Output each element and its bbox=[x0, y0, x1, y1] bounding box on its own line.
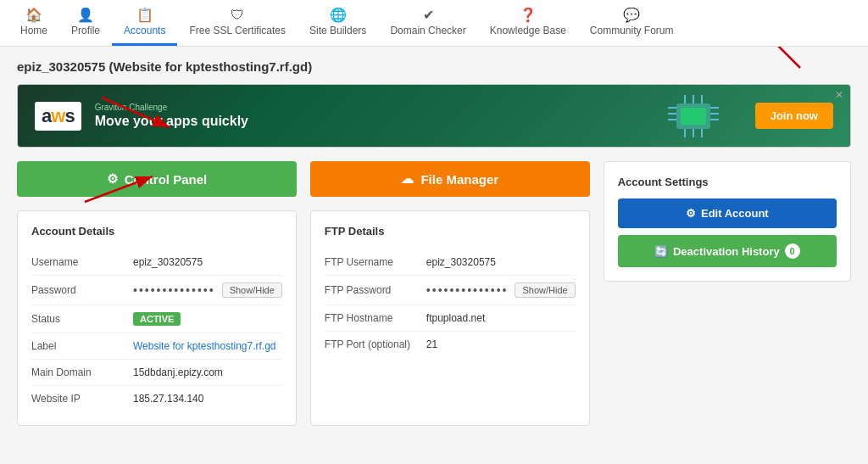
label-label: Label bbox=[31, 340, 133, 352]
ftp-username-label: FTP Username bbox=[325, 256, 426, 268]
navigation-bar: 🏠 Home 👤 Profile 📋 Accounts 🛡 Free SSL C… bbox=[0, 0, 868, 47]
password-dots: •••••••••••••• bbox=[133, 283, 215, 297]
password-show-hide-button[interactable]: Show/Hide bbox=[222, 282, 282, 298]
nav-label-knowledge-base: Knowledge Base bbox=[490, 25, 566, 36]
left-column: ⚙ Control Panel ☁ File Manager bbox=[17, 161, 590, 426]
nav-item-profile[interactable]: 👤 Profile bbox=[59, 0, 112, 46]
website-ip-value: 185.27.134.140 bbox=[133, 393, 203, 405]
nav-item-knowledge-base[interactable]: ❓ Knowledge Base bbox=[478, 0, 578, 46]
ad-subtitle: Graviton Challenge bbox=[95, 103, 248, 112]
ad-text-block: Graviton Challenge Move your apps quickl… bbox=[95, 103, 248, 129]
action-and-settings: ⚙ Control Panel ☁ File Manager bbox=[17, 161, 851, 426]
ad-close-button[interactable]: ✕ bbox=[835, 89, 843, 101]
file-manager-button[interactable]: ☁ File Manager bbox=[310, 161, 590, 197]
domain-checker-icon: ✔ bbox=[423, 7, 434, 23]
website-ip-label: Website IP bbox=[31, 393, 133, 405]
nav-item-home[interactable]: 🏠 Home bbox=[8, 0, 59, 46]
password-row: Password •••••••••••••• Show/Hide bbox=[31, 276, 282, 305]
nav-container: 🏠 Home 👤 Profile 📋 Accounts 🛡 Free SSL C… bbox=[0, 0, 868, 47]
nav-label-site-builders: Site Builders bbox=[309, 25, 366, 36]
profile-icon: 👤 bbox=[77, 7, 94, 23]
status-label: Status bbox=[31, 313, 133, 325]
website-ip-row: Website IP 185.27.134.140 bbox=[31, 386, 282, 411]
ftp-details-panel: FTP Details FTP Username epiz_30320575 F… bbox=[310, 210, 590, 426]
username-value: epiz_30320575 bbox=[133, 256, 203, 268]
ftp-port-row: FTP Port (optional) 21 bbox=[325, 332, 576, 357]
deactivation-label: Deactivation History bbox=[673, 245, 780, 258]
edit-account-icon: ⚙ bbox=[686, 207, 696, 220]
account-settings-panel: Account Settings ⚙ Edit Account 🔄 Deacti… bbox=[604, 161, 851, 282]
ftp-hostname-row: FTP Hostname ftpupload.net bbox=[325, 305, 576, 332]
details-panels: Account Details Username epiz_30320575 P… bbox=[17, 210, 590, 426]
ftp-password-row: FTP Password •••••••••••••• Show/Hide bbox=[325, 276, 576, 305]
aws-logo: aws bbox=[35, 102, 81, 131]
nav-label-domain-checker: Domain Checker bbox=[390, 25, 465, 36]
nav-item-domain-checker[interactable]: ✔ Domain Checker bbox=[378, 0, 477, 46]
main-domain-label: Main Domain bbox=[31, 366, 133, 378]
top-section: epiz_30320575 (Website for kptesthosting… bbox=[17, 59, 851, 148]
nav-item-accounts[interactable]: 📋 Accounts bbox=[112, 0, 177, 46]
page-title: epiz_30320575 (Website for kptesthosting… bbox=[17, 59, 851, 74]
username-row: Username epiz_30320575 bbox=[31, 249, 282, 276]
file-manager-label: File Manager bbox=[420, 172, 498, 187]
account-details-title: Account Details bbox=[31, 225, 282, 238]
nav-label-free-ssl: Free SSL Certificates bbox=[189, 25, 286, 36]
nav-label-community-forum: Community Forum bbox=[590, 25, 674, 36]
nav-label-home: Home bbox=[20, 25, 47, 36]
label-value[interactable]: Website for kptesthosting7.rf.gd bbox=[133, 340, 276, 352]
community-forum-icon: 💬 bbox=[623, 7, 640, 23]
ftp-details-title: FTP Details bbox=[325, 225, 576, 238]
home-icon: 🏠 bbox=[25, 7, 42, 23]
account-details-panel: Account Details Username epiz_30320575 P… bbox=[17, 210, 297, 426]
account-settings-title: Account Settings bbox=[618, 176, 837, 188]
chip-graphic bbox=[664, 91, 723, 142]
control-panel-button[interactable]: ⚙ Control Panel bbox=[17, 161, 297, 197]
site-builders-icon: 🌐 bbox=[330, 7, 347, 23]
deactivation-icon: 🔄 bbox=[654, 245, 668, 258]
nav-item-community-forum[interactable]: 💬 Community Forum bbox=[578, 0, 686, 46]
status-badge: ACTIVE bbox=[133, 312, 181, 326]
main-content: epiz_30320575 (Website for kptesthosting… bbox=[0, 47, 868, 439]
main-domain-row: Main Domain 15dbdanj.epizy.com bbox=[31, 360, 282, 386]
edit-account-button[interactable]: ⚙ Edit Account bbox=[618, 198, 837, 228]
control-panel-label: Control Panel bbox=[125, 172, 208, 187]
ftp-hostname-label: FTP Hostname bbox=[325, 312, 426, 324]
username-label: Username bbox=[31, 256, 133, 268]
ftp-password-dots: •••••••••••••• bbox=[426, 283, 509, 297]
ftp-password-field: •••••••••••••• Show/Hide bbox=[426, 282, 576, 298]
join-now-button[interactable]: Join now bbox=[755, 103, 833, 129]
ftp-port-value: 21 bbox=[426, 338, 437, 350]
ssl-icon: 🛡 bbox=[231, 8, 244, 23]
file-manager-icon: ☁ bbox=[401, 171, 414, 187]
ftp-password-show-hide-button[interactable]: Show/Hide bbox=[515, 282, 575, 298]
password-field: •••••••••••••• Show/Hide bbox=[133, 282, 282, 298]
nav-item-site-builders[interactable]: 🌐 Site Builders bbox=[298, 0, 378, 46]
password-label: Password bbox=[31, 284, 133, 296]
accounts-icon: 📋 bbox=[136, 7, 153, 23]
ad-banner: aws Graviton Challenge Move your apps qu… bbox=[17, 84, 851, 148]
control-panel-icon: ⚙ bbox=[107, 171, 118, 187]
status-row: Status ACTIVE bbox=[31, 305, 282, 333]
main-domain-value: 15dbdanj.epizy.com bbox=[133, 366, 223, 378]
nav-label-profile: Profile bbox=[71, 25, 100, 36]
svg-rect-3 bbox=[681, 108, 706, 125]
ad-headline: Move your apps quickly bbox=[95, 114, 248, 129]
action-buttons-row: ⚙ Control Panel ☁ File Manager bbox=[17, 161, 590, 197]
nav-label-accounts: Accounts bbox=[124, 25, 165, 36]
label-row: Label Website for kptesthosting7.rf.gd bbox=[31, 333, 282, 360]
edit-account-label: Edit Account bbox=[701, 207, 769, 220]
ftp-port-label: FTP Port (optional) bbox=[325, 338, 426, 350]
knowledge-base-icon: ❓ bbox=[520, 7, 537, 23]
ftp-username-value: epiz_30320575 bbox=[426, 256, 496, 268]
ftp-hostname-value: ftpupload.net bbox=[426, 312, 485, 324]
deactivation-count-badge: 0 bbox=[785, 243, 800, 259]
ftp-password-label: FTP Password bbox=[325, 284, 426, 296]
deactivation-history-button[interactable]: 🔄 Deactivation History 0 bbox=[618, 235, 837, 267]
ftp-username-row: FTP Username epiz_30320575 bbox=[325, 249, 576, 276]
nav-item-free-ssl[interactable]: 🛡 Free SSL Certificates bbox=[177, 0, 298, 46]
ad-left: aws Graviton Challenge Move your apps qu… bbox=[35, 102, 248, 131]
